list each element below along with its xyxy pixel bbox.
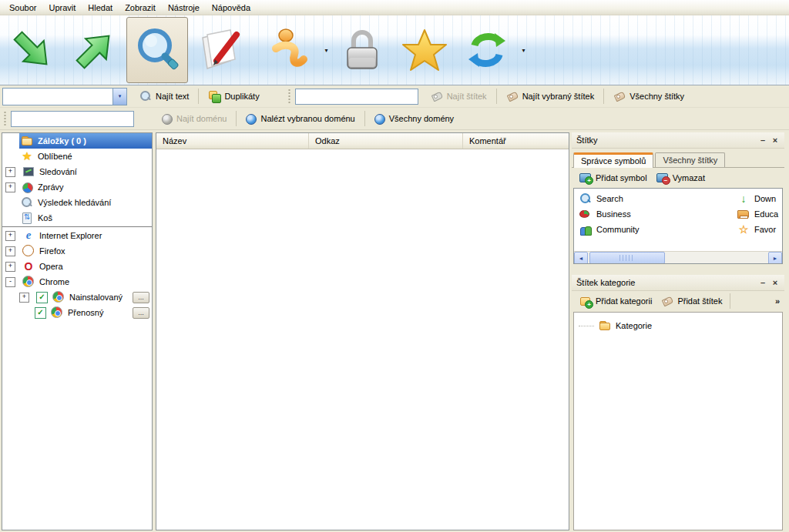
close-icon[interactable]: × [769, 136, 781, 145]
find-domain-label: Najít doménu [176, 114, 227, 123]
expander-icon[interactable]: + [5, 262, 15, 272]
find-selected-domain-button[interactable]: Nalézt vybranou doménu [240, 109, 361, 128]
menu-hledat[interactable]: Hledat [82, 2, 119, 14]
tree-item-chrome[interactable]: - Chrome [2, 274, 152, 289]
minimize-icon[interactable]: – [757, 136, 769, 145]
search-text-combo[interactable]: ▾ [2, 88, 127, 105]
browse-path-button[interactable]: ... [133, 307, 149, 319]
check-bookmarks-button[interactable] [64, 17, 126, 83]
scrollbar-track[interactable] [588, 252, 768, 263]
info-dropdown[interactable]: ▾ [321, 18, 331, 82]
separator [496, 89, 497, 104]
app-window: Soubor Upravit Hledat Zobrazit Nástroje … [0, 0, 789, 532]
expander-icon[interactable]: - [5, 277, 15, 287]
symbol-list[interactable]: Search Business Community ↓ [573, 188, 783, 264]
checkbox-checked[interactable]: ✓ [35, 307, 46, 319]
expander-icon[interactable]: + [5, 246, 15, 256]
find-tag-label: Najít štítek [447, 92, 487, 101]
search-text-input[interactable] [3, 89, 112, 105]
add-symbol-button[interactable]: + Přidat symbol [575, 169, 652, 187]
menu-upravit[interactable]: Upravit [42, 2, 82, 14]
lock-button[interactable] [331, 17, 393, 83]
monitor-icon [22, 166, 35, 178]
symbol-item-community[interactable]: Community [574, 222, 732, 237]
clear-symbol-button[interactable]: − Vymazat [652, 169, 710, 187]
chevron-down-icon: ▾ [324, 47, 327, 54]
scroll-right-icon[interactable]: ► [768, 252, 782, 264]
symbol-item-search[interactable]: Search [574, 191, 732, 206]
symbol-label: Community [596, 225, 640, 234]
checkbox-checked[interactable]: ✓ [36, 292, 48, 303]
search-button[interactable] [126, 17, 188, 83]
refresh-button[interactable] [456, 17, 518, 83]
expander-icon[interactable]: + [19, 293, 29, 303]
scrollbar-thumb[interactable] [589, 252, 665, 264]
menu-zobrazit[interactable]: Zobrazit [119, 2, 162, 14]
expander-icon[interactable]: + [5, 167, 15, 177]
combo-dropdown-button[interactable]: ▾ [112, 89, 126, 105]
check-links-button[interactable] [2, 17, 63, 83]
domain-search-input[interactable] [11, 111, 134, 127]
refresh-dropdown[interactable]: ▾ [519, 18, 529, 82]
edit-button[interactable] [189, 17, 250, 83]
bookmark-list-body[interactable] [156, 149, 569, 530]
tree-item-zpravy[interactable]: + Zprávy [2, 179, 152, 195]
expander-icon[interactable]: + [5, 182, 15, 192]
find-tag-button[interactable]: Najít štítek [425, 87, 493, 105]
tree-item-chrome-portable[interactable]: ✓ Přenosný ... [2, 305, 152, 320]
close-icon[interactable]: × [769, 278, 781, 287]
find-domain-button[interactable]: Najít doménu [156, 109, 233, 128]
tree-item-kategorie[interactable]: Kategorie [574, 317, 782, 334]
symbol-item-favorites[interactable]: ☆ Favor [732, 222, 782, 237]
all-domains-button[interactable]: Všechny domény [368, 109, 460, 128]
symbol-item-education[interactable]: Educa [732, 206, 782, 222]
overflow-chevron-icon[interactable]: » [775, 296, 780, 306]
all-tags-button[interactable]: Všechny štítky [607, 87, 690, 105]
expander-icon[interactable]: + [5, 231, 15, 241]
tree-item-kos[interactable]: Koš [2, 210, 152, 226]
duplicates-button[interactable]: Duplikáty [202, 87, 265, 105]
tree-item-chrome-installed[interactable]: + ✓ Nainstalovaný ... [2, 289, 152, 305]
minimize-icon[interactable]: – [757, 278, 769, 287]
tags-panel: Štítky – × Správce symbolů Všechny štítk… [572, 132, 784, 268]
column-header-nazev[interactable]: Název [156, 133, 309, 149]
search-icon [21, 196, 33, 209]
find-selected-tag-button[interactable]: Najít vybraný štítek [500, 87, 601, 105]
horizontal-scrollbar[interactable]: ◄ ► [574, 251, 782, 263]
scroll-left-icon[interactable]: ◄ [574, 252, 588, 264]
menu-soubor[interactable]: Soubor [3, 2, 42, 14]
tree-item-sledovani[interactable]: + Sledování [2, 164, 152, 179]
tab-vsechny-stitky[interactable]: Všechny štítky [655, 152, 725, 167]
tree-item-label: Výsledek hledávání [38, 198, 111, 207]
toolbar-grip[interactable] [3, 110, 7, 127]
tree-item-opera[interactable]: + O Opera [2, 259, 152, 274]
browse-path-button[interactable]: ... [133, 292, 149, 303]
tree-item-label: Zprávy [38, 182, 64, 192]
tree-item-internet-explorer[interactable]: + e Internet Explorer [2, 228, 152, 243]
tree-item-oblibene[interactable]: ★ Oblíbené [2, 149, 152, 164]
tree-item-label: Sledování [39, 167, 77, 176]
toolbar-grip[interactable] [287, 88, 291, 105]
tree-item-vysledek-hledavani[interactable]: Výsledek hledávání [2, 195, 152, 210]
folder-icon [599, 320, 611, 332]
separator [364, 111, 365, 126]
menu-napoveda[interactable]: Nápověda [206, 2, 257, 14]
find-text-button[interactable]: Najít text [133, 87, 195, 105]
tree-item-label: Chrome [39, 277, 69, 286]
symbol-item-download[interactable]: ↓ Down [732, 191, 782, 206]
tree-item-firefox[interactable]: + Firefox [2, 243, 152, 259]
separator [603, 89, 604, 104]
tab-spravce-symbolu[interactable]: Správce symbolů [573, 152, 653, 168]
chevron-down-icon: ▾ [119, 93, 122, 99]
symbol-item-business[interactable]: Business [574, 206, 732, 222]
category-tree[interactable]: Kategorie [573, 312, 783, 530]
favorites-button[interactable] [394, 17, 455, 83]
add-category-button[interactable]: + Přidat kategorii [575, 292, 656, 310]
menu-nastroje[interactable]: Nástroje [162, 2, 206, 14]
column-header-odkaz[interactable]: Odkaz [309, 133, 463, 149]
tag-search-input[interactable] [295, 89, 418, 105]
info-button[interactable] [259, 17, 321, 83]
add-tag-button[interactable]: Přidat štítek [656, 292, 727, 310]
column-header-komentar[interactable]: Komentář [463, 133, 569, 149]
tree-item-zalozky[interactable]: Záložky ( 0 ) [2, 133, 152, 149]
